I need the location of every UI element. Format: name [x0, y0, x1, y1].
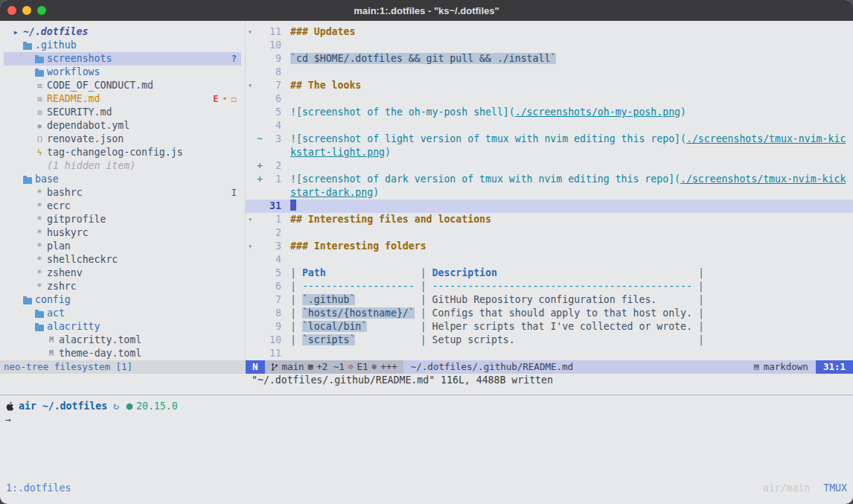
- tmux-session: air/main: [763, 482, 811, 495]
- tree-item-dotfiles[interactable]: ▸~/.dotfiles: [4, 25, 241, 39]
- editor-line[interactable]: 5![screenshot of the oh-my-posh shell](.…: [246, 106, 853, 119]
- editor-buffer: ▾11### Updates109`cd $HOME/.dotfiles && …: [246, 25, 853, 360]
- tree-item-label: zshenv: [47, 267, 83, 280]
- tree-item-huskyrc[interactable]: *huskyrc: [4, 226, 241, 240]
- tree-item-act[interactable]: act: [4, 307, 241, 320]
- shell-pane[interactable]: air ~/.dotfiles ↻ 20.15.0 →: [0, 395, 853, 482]
- tree-item-screenshots[interactable]: screenshots?: [4, 52, 241, 66]
- line-text: [281, 347, 290, 360]
- nvim-pane: ▸~/.dotfiles.githubscreenshots?workflows…: [0, 21, 853, 387]
- editor-line[interactable]: 4: [246, 119, 853, 133]
- editor-cursor-line[interactable]: 31: [246, 200, 853, 213]
- editor-line[interactable]: 9| `local/bin` | Helper scripts that I'v…: [246, 320, 853, 334]
- file-sh-icon: *: [33, 213, 45, 226]
- editor-line[interactable]: +2: [246, 159, 853, 173]
- editor-line[interactable]: kstart-light.png): [246, 146, 853, 159]
- tree-item-security-md[interactable]: ≡SECURITY.md: [4, 106, 241, 119]
- editor-line[interactable]: 11: [246, 347, 853, 360]
- close-button[interactable]: [7, 6, 16, 15]
- tree-item-theme-day-toml[interactable]: Mtheme-day.toml: [4, 347, 241, 360]
- line-number: 4: [265, 119, 281, 133]
- line-text: ![screenshot of light version of tmux wi…: [281, 133, 846, 146]
- tree-item-alacritty[interactable]: alacritty: [4, 320, 241, 334]
- line-text: [281, 253, 290, 267]
- tree-item-label: bashrc: [47, 186, 83, 200]
- tree-item-label: huskyrc: [47, 226, 89, 240]
- git-sign: [255, 92, 265, 106]
- tree-item-dependabot-yml[interactable]: ◉dependabot.yml: [4, 119, 241, 133]
- line-text: | `.github` | GitHub Repository configur…: [281, 293, 704, 307]
- fold-marker: ▾: [246, 79, 255, 92]
- line-text: [281, 92, 290, 106]
- editor-line[interactable]: ▾1## Interesting files and locations: [246, 213, 853, 226]
- tree-item-ecrc[interactable]: *ecrc: [4, 200, 241, 213]
- zoom-button[interactable]: [37, 6, 46, 15]
- tree-item-bashrc[interactable]: *bashrcI: [4, 186, 241, 200]
- tree-item-label: alacritty.toml: [59, 334, 141, 347]
- tmux-window-item[interactable]: 1:.dotfiles: [6, 482, 71, 495]
- tree-item-tag-changelog-config-js[interactable]: ϟtag-changelog-config.js: [4, 146, 241, 159]
- editor-line[interactable]: 10: [246, 39, 853, 52]
- window-title: main:1:.dotfiles - "ks~/.dotfiles": [0, 5, 853, 16]
- tree-item-label: dependabot.yml: [47, 119, 130, 133]
- editor-line[interactable]: 7| `.github` | GitHub Repository configu…: [246, 293, 853, 307]
- editor-line[interactable]: start-dark.png): [246, 186, 853, 200]
- prompt-path: air ~/.dotfiles: [19, 400, 107, 413]
- fold-marker: [246, 92, 255, 106]
- tree-item-plan[interactable]: *plan: [4, 240, 241, 253]
- line-number: 9: [265, 52, 281, 66]
- tree-item-workflows[interactable]: workflows: [4, 66, 241, 79]
- tree-item-base[interactable]: base: [4, 173, 241, 186]
- tree-item-zshenv[interactable]: *zshenv: [4, 267, 241, 280]
- neotree-sidebar[interactable]: ▸~/.dotfiles.githubscreenshots?workflows…: [0, 21, 246, 360]
- editor-line[interactable]: 5| Path | Description |: [246, 267, 853, 280]
- editor-line[interactable]: 8| `hosts/{hostname}/` | Configs that sh…: [246, 307, 853, 320]
- tree-item-label: SECURITY.md: [47, 106, 112, 119]
- editor-line[interactable]: 6: [246, 92, 853, 106]
- tree-item-readme-md[interactable]: ≡README.mdE•◻: [4, 92, 241, 106]
- git-sign: [255, 25, 265, 39]
- editor-line[interactable]: 8: [246, 66, 853, 79]
- editor-line[interactable]: +1![screenshot of dark version of tmux w…: [246, 173, 853, 186]
- titlebar[interactable]: main:1:.dotfiles - "ks~/.dotfiles": [0, 0, 853, 21]
- line-text: ## Interesting files and locations: [281, 213, 491, 226]
- tree-item-shellcheckrc[interactable]: *shellcheckrc: [4, 253, 241, 267]
- fold-marker: [246, 173, 255, 186]
- tree-item-label: alacritty: [47, 320, 100, 334]
- editor-line[interactable]: ▾11### Updates: [246, 25, 853, 39]
- tree-item-gitprofile[interactable]: *gitprofile: [4, 213, 241, 226]
- editor-line[interactable]: ▾7## The looks: [246, 79, 853, 92]
- git-sign: [255, 213, 265, 226]
- tree-item-config[interactable]: config: [4, 293, 241, 307]
- editor-line[interactable]: ▾3### Interesting folders: [246, 240, 853, 253]
- git-sign: [255, 280, 265, 293]
- line-number: 6: [265, 92, 281, 106]
- file-toml-icon: M: [45, 334, 57, 347]
- editor-line[interactable]: 2: [246, 226, 853, 240]
- file-tree: ▸~/.dotfiles.githubscreenshots?workflows…: [0, 25, 245, 360]
- editor-line[interactable]: ~3![screenshot of light version of tmux …: [246, 133, 853, 146]
- tmux-statusbar-right: air/main TMUX: [763, 482, 847, 495]
- command-message: "~/.dotfiles/.github/README.md" 116L, 44…: [0, 374, 853, 387]
- tree-item-label: zshrc: [47, 280, 77, 293]
- status-marker-warn: •: [223, 92, 228, 106]
- tree-item-zshrc[interactable]: *zshrc: [4, 280, 241, 293]
- line-number: 9: [265, 320, 281, 334]
- editor-line[interactable]: 4: [246, 253, 853, 267]
- minimize-button[interactable]: [22, 6, 31, 15]
- line-number: [265, 186, 281, 200]
- editor-pane[interactable]: ▾11### Updates109`cd $HOME/.dotfiles && …: [246, 21, 853, 360]
- tree-item-code-of-conduct-md[interactable]: ≡CODE_OF_CONDUCT.md: [4, 79, 241, 92]
- diagnostics-error-icon: ⊘: [348, 360, 354, 374]
- editor-line[interactable]: 6| ------------------- | ---------------…: [246, 280, 853, 293]
- tree-item-renovate-json[interactable]: {}renovate.json: [4, 133, 241, 146]
- editor-line[interactable]: 10| `scripts` | Setup scripts. |: [246, 334, 853, 347]
- git-sign: [255, 307, 265, 320]
- tree-item-1-hidden-item[interactable]: (1 hidden item): [4, 159, 241, 173]
- node-icon: [126, 403, 133, 411]
- tree-item-alacritty-toml[interactable]: Malacritty.toml: [4, 334, 241, 347]
- line-text: ![screenshot of the oh-my-posh shell](./…: [281, 106, 686, 119]
- file-md-icon: ≡: [33, 92, 45, 106]
- tree-item-github[interactable]: .github: [4, 39, 241, 52]
- editor-line[interactable]: 9`cd $HOME/.dotfiles && git pull && ./in…: [246, 52, 853, 66]
